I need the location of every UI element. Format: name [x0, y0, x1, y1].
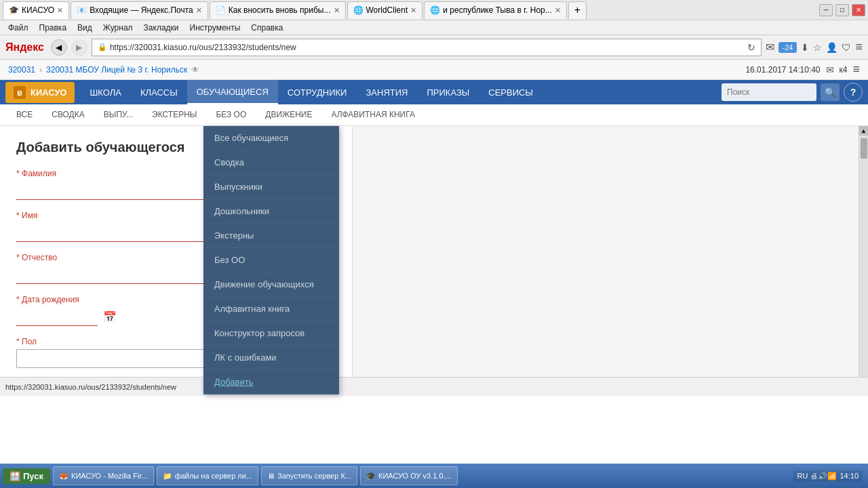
brand-label: КИАСУО	[31, 87, 66, 98]
nav-staff[interactable]: СОТРУДНИКИ	[278, 80, 357, 104]
maximize-button[interactable]: □	[835, 4, 849, 16]
vertical-scrollbar[interactable]: ▲	[859, 126, 868, 377]
sub-navigation: ВСЕ СВОДКА ВЫПУ... ЭКСТЕРНЫ БЕЗ ОО ДВИЖЕ…	[0, 104, 868, 126]
right-panel: ▲	[353, 126, 868, 377]
required-star-gender: *	[16, 337, 22, 346]
tray-lang: RU	[797, 472, 808, 480]
scroll-thumb[interactable]	[861, 138, 867, 159]
shield-icon[interactable]: 🛡	[842, 42, 851, 53]
search-input[interactable]	[722, 83, 816, 101]
burger-menu-icon[interactable]: ≡	[852, 62, 860, 77]
menu-journal[interactable]: Журнал	[98, 22, 138, 34]
subnav-movement[interactable]: ДВИЖЕНИЕ	[257, 104, 320, 126]
dd-preschool[interactable]: Дошкольники	[203, 199, 339, 224]
tab-kiasuo[interactable]: 🎓 КИАСУО ✕	[3, 1, 69, 19]
dd-summary[interactable]: Сводка	[203, 150, 339, 175]
tab-icon-mail: 📧	[77, 5, 87, 15]
tray-area: RU 🖨🔊📶 14:10	[793, 470, 863, 482]
address-text: https://320031.kiasuo.ru/ous/2133932/stu…	[110, 43, 747, 52]
close-button[interactable]: ✕	[852, 4, 865, 16]
taskbar-server[interactable]: 🖥 Запустить сервер К...	[261, 466, 357, 485]
nav-lessons[interactable]: ЗАНЯТИЯ	[356, 80, 417, 104]
subnav-nooo[interactable]: БЕЗ ОО	[208, 104, 254, 126]
back-button[interactable]: ◀	[51, 39, 67, 56]
menu-tools[interactable]: Инструменты	[184, 22, 246, 34]
brand-button[interactable]: в КИАСУО	[5, 82, 75, 103]
visibility-icon[interactable]: 👁	[191, 65, 199, 75]
subnav-all[interactable]: ВСЕ	[8, 104, 41, 126]
tab-republic[interactable]: 🌐 и республике Тыва в г. Нор... ✕	[424, 1, 566, 19]
sync-icon[interactable]: 👤	[826, 42, 837, 53]
breadcrumb-school[interactable]: 320031 МБОУ Лицей № 3 г. Норильск	[46, 65, 187, 75]
tray-icons: 🖨🔊📶	[810, 472, 837, 481]
dd-all[interactable]: Все обучающиеся	[203, 126, 339, 150]
menu-view[interactable]: Вид	[72, 22, 98, 34]
dd-alphabet[interactable]: Алфавитная книга	[203, 297, 339, 321]
nav-students[interactable]: ОБУЧАЮЩИЕСЯ	[187, 80, 278, 104]
tab-close-world[interactable]: ✕	[410, 6, 416, 15]
toolbar-icons: ✉ -24 ⬇ ☆ 👤 🛡 ≡	[766, 40, 863, 54]
system-tray: RU 🖨🔊📶 14:10	[793, 470, 865, 482]
search-button[interactable]: 🔍	[821, 83, 840, 101]
breadcrumb: 320031 › 320031 МБОУ Лицей № 3 г. Нориль…	[8, 65, 199, 75]
subnav-alphabet[interactable]: АЛФАВИТНАЯ КНИГА	[323, 104, 422, 126]
dd-errors[interactable]: ЛК с ошибками	[203, 346, 339, 370]
tab-label-howto: Как вносить вновь прибы...	[229, 5, 331, 15]
menu-edit[interactable]: Правка	[34, 22, 73, 34]
tab-howto[interactable]: 📄 Как вносить вновь прибы... ✕	[210, 1, 346, 19]
dd-constructor[interactable]: Конструктор запросов	[203, 321, 339, 346]
address-box[interactable]: 🔒 https://320031.kiasuo.ru/ous/2133932/s…	[92, 39, 762, 56]
subnav-graduates[interactable]: ВЫПУ...	[96, 104, 141, 126]
weather-badge: -24	[778, 42, 797, 53]
breadcrumb-root[interactable]: 320031	[8, 65, 35, 75]
taskbar-kiasuo-label: КИАСУО - Mozilla Fir...	[71, 472, 148, 480]
tab-close-howto[interactable]: ✕	[334, 6, 340, 15]
mail-icon[interactable]: ✉	[766, 41, 774, 54]
dd-graduates[interactable]: Выпускники	[203, 175, 339, 199]
nav-classes[interactable]: КЛАССЫ	[131, 80, 187, 104]
dd-external[interactable]: Экстерны	[203, 224, 339, 248]
dd-nooo[interactable]: Без ОО	[203, 248, 339, 272]
menu-help[interactable]: Справка	[245, 22, 288, 34]
subnav-external[interactable]: ЭКСТЕРНЫ	[144, 104, 205, 126]
nav-school[interactable]: ШКОЛА	[80, 80, 131, 104]
notification-mail-icon[interactable]: ✉	[826, 64, 834, 75]
tab-icon-howto: 📄	[216, 5, 226, 15]
tab-label-republic: и республике Тыва в г. Нор...	[443, 5, 551, 15]
tab-icon-republic: 🌐	[430, 5, 440, 15]
main-area: Добавить обучающегося * Фамилия * Имя * …	[0, 126, 868, 377]
dd-movement[interactable]: Движение обучающихся	[203, 272, 339, 297]
taskbar-kiasuo2[interactable]: 🎓 КИАСУО ОУ v3.1.0....	[360, 466, 458, 485]
menu-bookmarks[interactable]: Закладки	[138, 22, 184, 34]
datetime-panel: 16.01.2017 14:10:40 ✉ к4 ≡	[745, 62, 860, 77]
forward-button[interactable]: ▶	[71, 39, 87, 56]
tab-mail[interactable]: 📧 Входящие — Яндекс.Почта ✕	[71, 1, 208, 19]
tab-new[interactable]: +	[568, 1, 587, 19]
required-star-birth: *	[16, 295, 22, 304]
tab-close-republic[interactable]: ✕	[555, 6, 561, 15]
nav-services[interactable]: СЕРВИСЫ	[479, 80, 542, 104]
menubar: Файл Правка Вид Журнал Закладки Инструме…	[0, 20, 868, 35]
help-button[interactable]: ?	[844, 83, 863, 102]
bookmark-icon[interactable]: ☆	[813, 42, 822, 53]
taskbar: 🪟 Пуск 🦊 КИАСУО - Mozilla Fir... 📁 файлы…	[0, 464, 868, 488]
scroll-up-arrow[interactable]: ▲	[859, 126, 869, 136]
start-button[interactable]: 🪟 Пуск	[3, 468, 50, 484]
tab-close-kiasuo[interactable]: ✕	[57, 6, 63, 15]
window-controls: ─ □ ✕	[819, 4, 865, 16]
taskbar-kiasuo[interactable]: 🦊 КИАСУО - Mozilla Fir...	[53, 466, 154, 485]
minimize-button[interactable]: ─	[819, 4, 833, 16]
refresh-button[interactable]: ↻	[747, 42, 755, 53]
datetime-text: 16.01.2017 14:10:40	[745, 65, 820, 75]
subnav-summary[interactable]: СВОДКА	[43, 104, 92, 126]
dd-add[interactable]: Добавить	[203, 370, 339, 394]
nav-orders[interactable]: ПРИКАЗЫ	[417, 80, 479, 104]
taskbar-files[interactable]: 📁 файлы на сервер ли...	[157, 466, 258, 485]
calendar-icon[interactable]: 📅	[103, 310, 117, 323]
birthdate-input[interactable]	[16, 307, 98, 326]
menu-file[interactable]: Файл	[3, 22, 34, 34]
tab-worldclient[interactable]: 🌐 WorldClient ✕	[347, 1, 423, 19]
download-manager-icon[interactable]: ⬇	[801, 42, 809, 53]
tab-close-mail[interactable]: ✕	[196, 6, 202, 15]
menu-icon[interactable]: ≡	[855, 40, 863, 54]
